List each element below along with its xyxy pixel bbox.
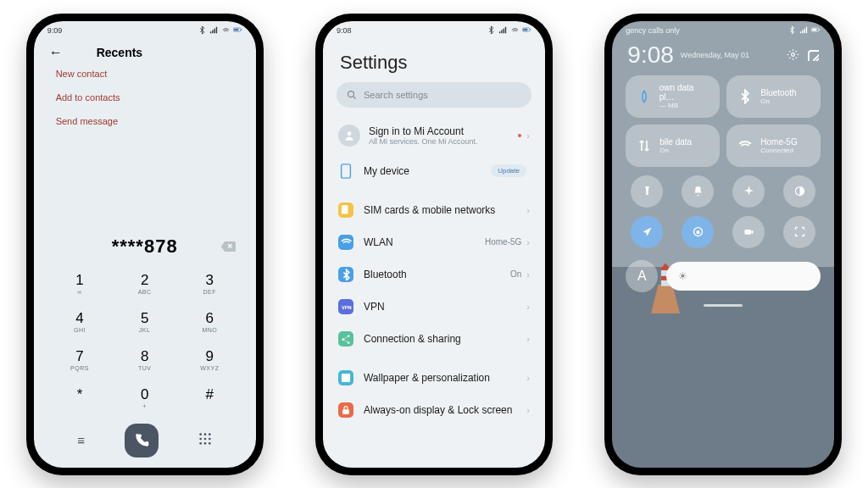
search-placeholder: Search settings (364, 90, 428, 100)
location-icon (641, 225, 654, 238)
bt-icon (338, 267, 353, 282)
svg-text:VPN: VPN (342, 304, 352, 309)
rotate-lock-icon (692, 225, 704, 238)
key-1[interactable]: 1∞ (47, 264, 113, 302)
signal-icon (209, 25, 219, 35)
search-icon (347, 90, 357, 100)
status-bar: gency calls only (612, 21, 834, 40)
status-bar: 9:08 (323, 21, 545, 40)
svg-rect-35 (696, 230, 699, 234)
update-badge[interactable]: Update (491, 164, 526, 177)
key-#[interactable]: # (177, 379, 242, 417)
action-add-to-contacts[interactable]: Add to contacts (56, 92, 234, 103)
svg-rect-29 (813, 29, 817, 31)
chevron-right-icon: › (526, 334, 530, 344)
search-input[interactable]: Search settings (337, 82, 531, 108)
toggle-flashlight[interactable] (631, 175, 663, 208)
row-wallpaper-personalization[interactable]: Wallpaper & personalization › (337, 362, 531, 394)
bt-icon (198, 25, 207, 35)
chevron-right-icon: › (526, 405, 530, 415)
device-title: My device (364, 165, 491, 177)
svg-rect-24 (342, 409, 349, 414)
account-sub: All Mi services. One Mi Account. (369, 137, 518, 146)
svg-rect-23 (342, 373, 350, 381)
action-send-message[interactable]: Send message (56, 116, 234, 126)
svg-point-8 (209, 437, 211, 440)
toggle-camera[interactable] (732, 216, 765, 248)
toggle-bell[interactable] (682, 175, 714, 208)
menu-icon[interactable]: ≡ (77, 433, 85, 447)
key-8[interactable]: 8TUV (112, 341, 177, 379)
camera-icon (743, 225, 755, 238)
tile-bluetooth[interactable]: BluetoothOn (726, 75, 821, 118)
svg-point-3 (199, 433, 202, 435)
clock: 9:08 (627, 42, 674, 69)
key-3[interactable]: 3DEF (177, 264, 242, 302)
key-5[interactable]: 5JKL (112, 302, 177, 341)
svg-point-16 (348, 131, 352, 136)
key-0[interactable]: 0+ (112, 379, 177, 417)
backspace-icon[interactable] (220, 241, 236, 256)
dialpad-toggle-icon[interactable] (198, 432, 212, 449)
svg-rect-17 (342, 164, 351, 177)
bt-icon (487, 25, 496, 35)
toggle-airplane[interactable] (732, 175, 765, 208)
data-plan-icon (636, 88, 652, 105)
screen-dialer: 9:09 ← Recents New contact Add to contac… (34, 21, 256, 468)
key-*[interactable]: * (47, 379, 113, 417)
svg-point-22 (348, 341, 350, 344)
chevron-right-icon: › (526, 302, 530, 312)
toggle-scanner[interactable] (783, 216, 815, 248)
row-connection-sharing[interactable]: Connection & sharing › (337, 323, 531, 355)
toggle-location[interactable] (631, 216, 663, 248)
call-button[interactable] (125, 424, 159, 458)
svg-point-31 (792, 53, 795, 57)
account-title: Sign in to Mi Account (369, 125, 518, 137)
flashlight-icon (641, 185, 654, 197)
row-vpn[interactable]: VPN VPN › (337, 291, 531, 323)
brightness-slider[interactable]: ☀ (666, 262, 821, 291)
vpn-icon: VPN (338, 299, 353, 314)
wifi-icon (510, 25, 520, 35)
key-2[interactable]: 2ABC (112, 264, 177, 302)
screen-controls: gency calls only 9:08 Wednesday, May 01 … (612, 21, 834, 468)
tile-data-plan[interactable]: own data pl…— MB (626, 75, 720, 118)
svg-point-21 (348, 335, 350, 337)
edit-icon[interactable] (806, 48, 819, 61)
gear-icon[interactable] (787, 48, 799, 61)
svg-rect-36 (744, 230, 751, 235)
wifi-icon (737, 137, 754, 154)
tile-mobile-data[interactable]: bile dataOn (626, 125, 720, 167)
toggle-rotate-lock[interactable] (682, 216, 714, 248)
bt-icon (787, 25, 797, 35)
row-mi-account[interactable]: Sign in to Mi Account All Mi services. O… (337, 116, 531, 155)
key-9[interactable]: 9WXYZ (177, 341, 242, 379)
status-bar: 9:09 (34, 21, 256, 40)
screen-settings: 9:08 Settings Search settings Sign in to… (323, 21, 545, 468)
row-bluetooth[interactable]: Bluetooth On › (337, 258, 531, 291)
dialpad: 1∞2ABC3DEF4GHI5JKL6MNO7PQRS8TUV9WXYZ*0+# (34, 264, 256, 422)
avatar-icon (338, 125, 360, 147)
signal-icon (799, 25, 809, 35)
row-my-device[interactable]: My device Update (337, 155, 531, 187)
row-always-on-display-lock-screen[interactable]: Always-on display & Lock screen › (337, 394, 531, 426)
alert-dot-icon (518, 134, 521, 137)
svg-point-6 (199, 437, 202, 440)
key-7[interactable]: 7PQRS (47, 341, 113, 379)
action-new-contact[interactable]: New contact (56, 69, 234, 79)
row-sim-cards-mobile-networks[interactable]: SIM cards & mobile networks › (337, 194, 531, 226)
signal-icon (498, 25, 508, 35)
svg-rect-14 (530, 29, 531, 30)
back-icon[interactable]: ← (49, 45, 63, 60)
tile-wifi[interactable]: Home-5GConnected (726, 125, 821, 167)
svg-rect-2 (241, 29, 242, 30)
row-wlan[interactable]: WLAN Home-5G › (337, 226, 531, 258)
svg-point-5 (209, 433, 211, 435)
bluetooth-icon (737, 88, 754, 105)
toggle-contrast[interactable] (783, 175, 815, 208)
drag-handle[interactable] (704, 304, 743, 307)
key-6[interactable]: 6MNO (177, 302, 242, 341)
svg-point-9 (199, 442, 202, 445)
key-4[interactable]: 4GHI (47, 302, 113, 341)
lock-icon (338, 402, 353, 418)
